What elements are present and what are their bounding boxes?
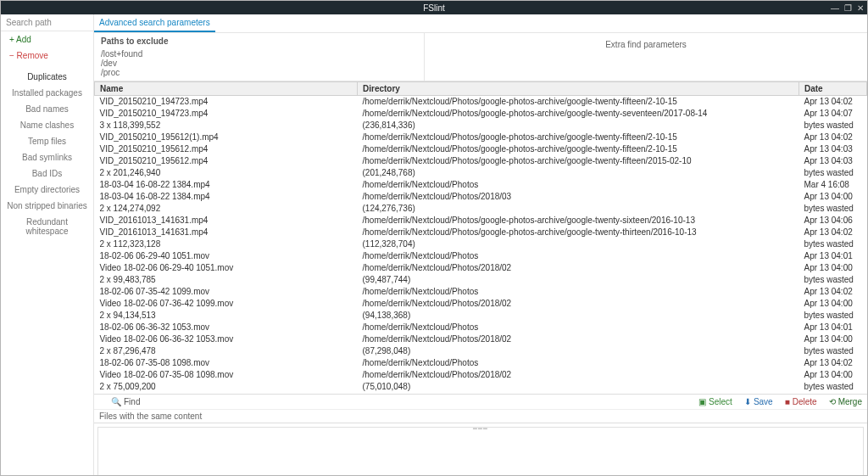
save-label: Save [754,397,773,406]
exclude-path-0[interactable]: /lost+found [101,49,417,59]
table-row[interactable]: 2 x 112,323,128(112,328,704)bytes wasted [95,238,867,250]
category-empty-directories[interactable]: Empty directories [1,182,93,198]
category-name-clashes[interactable]: Name clashes [1,117,93,133]
category-duplicates[interactable]: Duplicates [1,69,93,85]
extra-find-label: Extra find parameters [605,40,687,49]
results-table: Name Directory Date VID_20150210_194723.… [94,81,867,394]
extra-find-panel: Extra find parameters [425,33,867,81]
table-row[interactable]: Video 18-02-06 06-36-32 1053.mov/home/de… [95,333,867,345]
category-non-stripped[interactable]: Non stripped binaries [1,198,93,214]
save-icon: ⬇ [744,397,751,406]
table-row[interactable]: 18-02-06 06-29-40 1051.mov/home/derrik/N… [95,250,867,262]
tab-advanced-params[interactable]: Advanced search parameters [94,14,215,32]
table-row[interactable]: 18-03-04 16-08-22 1384.mp4/home/derrik/N… [95,179,867,191]
cell-date: Apr 13 04:01 [799,250,867,262]
remove-button[interactable]: − Remove [1,48,93,64]
merge-icon: ⟲ [829,397,836,406]
cell-dir: (112,328,704) [358,238,799,250]
paths-exclude-heading: Paths to exclude [101,36,417,46]
exclude-path-1[interactable]: /dev [101,59,417,68]
cell-name: VID_20150210_195612.mp4 [95,143,358,155]
category-bad-symlinks[interactable]: Bad symlinks [1,149,93,165]
col-header-name[interactable]: Name [95,82,358,96]
exclude-path-2[interactable]: /proc [101,68,417,77]
resize-grip-icon[interactable]: ━━━ [468,425,493,428]
cell-dir: /home/derrik/Nextcloud/Photos/google-pho… [358,96,799,109]
table-row[interactable]: VID_20150210_194723.mp4/home/derrik/Next… [95,96,867,109]
add-button[interactable]: + Add [1,31,93,48]
table-row[interactable]: 18-03-04 16-08-22 1384.mp4/home/derrik/N… [95,191,867,203]
save-button[interactable]: ⬇ Save [744,397,773,406]
table-row[interactable]: VID_20150210_194723.mp4/home/derrik/Next… [95,108,867,120]
maximize-icon[interactable]: ❐ [844,3,852,13]
tab-search-path[interactable]: Search path [1,14,57,31]
table-row[interactable]: 3 x 118,399,552(236,814,336)bytes wasted [95,120,867,132]
merge-button[interactable]: ⟲ Merge [829,397,862,406]
table-row[interactable]: 18-02-06 07-35-42 1099.mov/home/derrik/N… [95,286,867,298]
select-button[interactable]: ▣ Select [698,397,732,406]
table-row[interactable]: VID_20150210_195612.mp4/home/derrik/Next… [95,155,867,167]
table-row[interactable]: 2 x 94,134,513(94,138,368)bytes wasted [95,310,867,322]
select-label: Select [709,397,732,406]
category-bad-names[interactable]: Bad names [1,101,93,117]
table-row[interactable]: Video 18-02-06 07-36-42 1099.mov/home/de… [95,298,867,310]
cell-date: bytes wasted [799,310,867,322]
results-table-wrap[interactable]: Name Directory Date VID_20150210_194723.… [94,81,867,394]
cell-name: VID_20161013_141631.mp4 [95,215,358,227]
cell-date: Apr 13 04:06 [799,215,867,227]
category-installed-packages[interactable]: Installed packages [1,85,93,101]
cell-dir: (124,276,736) [358,203,799,215]
table-row[interactable]: 2 x 124,274,092(124,276,736)bytes wasted [95,203,867,215]
delete-button[interactable]: ■ Delete [785,397,817,406]
cell-name: 2 x 87,296,478 [95,345,358,357]
table-row[interactable]: 2 x 99,483,785(99,487,744)bytes wasted [95,274,867,286]
cell-dir: /home/derrik/Nextcloud/Photos/google-pho… [358,155,799,167]
category-temp-files[interactable]: Temp files [1,133,93,149]
minimize-icon[interactable]: — [831,3,839,13]
table-row[interactable]: Video 18-02-06 06-29-40 1051.mov/home/de… [95,262,867,274]
cell-name: 18-02-06 07-35-08 1098.mov [95,357,358,369]
cell-name: Video 18-02-06 07-36-42 1099.mov [95,298,358,310]
cell-dir: (94,138,368) [358,310,799,322]
table-row[interactable]: 2 x 75,009,200(75,010,048)bytes wasted [95,381,867,393]
cell-name: 2 x 112,323,128 [95,238,358,250]
cell-date: Apr 13 04:00 [799,298,867,310]
close-icon[interactable]: ✕ [857,3,864,13]
table-row[interactable]: VID_20161013_141631.mp4/home/derrik/Next… [95,227,867,238]
table-row[interactable]: VID_20150210_195612.mp4/home/derrik/Next… [95,143,867,155]
cell-dir: /home/derrik/Nextcloud/Photos/google-pho… [358,108,799,120]
cell-dir: /home/derrik/Nextcloud/Photos/google-pho… [358,215,799,227]
cell-name: Video 18-02-06 06-29-40 1051.mov [95,262,358,274]
cell-date: bytes wasted [799,274,867,286]
table-row[interactable]: VID_20161013_141631.mp4/home/derrik/Next… [95,215,867,227]
window-controls: — ❐ ✕ [831,3,864,13]
category-bad-ids[interactable]: Bad IDs [1,165,93,182]
cell-date: Apr 13 04:07 [799,108,867,120]
output-area[interactable]: ━━━ [97,427,864,475]
category-list: Duplicates Installed packages Bad names … [1,64,93,239]
cell-dir: /home/derrik/Nextcloud/Photos/google-pho… [358,143,799,155]
cell-dir: /home/derrik/Nextcloud/Photos/2018/03 [358,191,799,203]
paths-exclude-panel: Paths to exclude /lost+found /dev /proc [94,33,425,81]
cell-date: Apr 13 04:02 [799,286,867,298]
col-header-date[interactable]: Date [799,82,867,96]
cell-dir: /home/derrik/Nextcloud/Photos [358,357,799,369]
find-button[interactable]: 🔍 Find [111,397,140,406]
category-redundant-whitespace[interactable]: Redundant whitespace [1,214,93,239]
col-header-directory[interactable]: Directory [358,82,799,96]
cell-dir: (236,814,336) [358,120,799,132]
table-row[interactable]: Video 18-02-06 07-35-08 1098.mov/home/de… [95,369,867,381]
table-row[interactable]: 2 x 201,246,940(201,248,768)bytes wasted [95,167,867,179]
cell-date: Apr 13 04:00 [799,333,867,345]
table-row[interactable]: 2 x 87,296,478(87,298,048)bytes wasted [95,345,867,357]
cell-dir: (201,248,768) [358,167,799,179]
cell-name: 18-02-06 07-35-42 1099.mov [95,286,358,298]
table-row[interactable]: 18-02-06 07-35-08 1098.mov/home/derrik/N… [95,357,867,369]
table-row[interactable]: 18-02-06 06-36-32 1053.mov/home/derrik/N… [95,322,867,333]
cell-dir: /home/derrik/Nextcloud/Photos [358,322,799,333]
cell-dir: /home/derrik/Nextcloud/Photos/2018/02 [358,369,799,381]
table-row[interactable]: VID_20150210_195612(1).mp4/home/derrik/N… [95,132,867,143]
cell-date: Apr 13 04:03 [799,155,867,167]
app-window: FSlint — ❐ ✕ Search path + Add − Remove … [0,0,868,476]
select-icon: ▣ [698,397,706,406]
